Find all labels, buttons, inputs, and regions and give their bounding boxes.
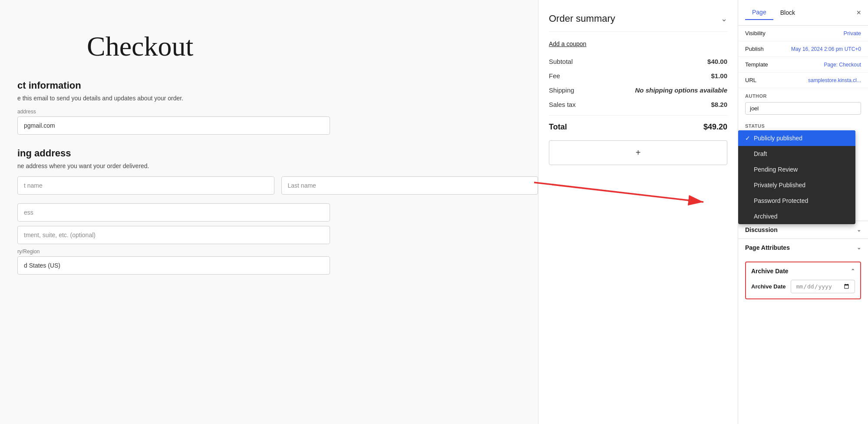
check-icon: ✓: [745, 135, 750, 142]
coupon-link[interactable]: Add a coupon: [549, 40, 727, 47]
tab-block[interactable]: Block: [773, 5, 802, 20]
tab-page[interactable]: Page: [745, 5, 773, 20]
page-title: Checkout: [17, 30, 538, 63]
url-value[interactable]: samplestore.kinsta.cl...: [808, 77, 861, 83]
archive-date-chevron-icon[interactable]: ⌃: [851, 268, 855, 274]
contact-description: e this email to send you details and upd…: [17, 95, 538, 102]
shipping-label: Shipping: [549, 86, 574, 94]
status-dropdown-menu: ✓ Publicly published ✓ Draft ✓ Pending R…: [738, 130, 855, 224]
status-option-label: Privately Published: [754, 182, 805, 189]
apt-input[interactable]: [17, 226, 330, 244]
url-label: URL: [745, 77, 780, 83]
sidebar-header: Page Block ×: [738, 0, 868, 26]
fee-value: $1.00: [711, 72, 727, 80]
shipping-value: No shipping options available: [635, 86, 727, 94]
sidebar-body: Visibility Private Publish May 16, 2024 …: [738, 26, 868, 424]
template-label: Template: [745, 61, 780, 68]
publish-value[interactable]: May 16, 2024 2:06 pm UTC+0: [791, 46, 861, 52]
wp-sidebar: Page Block × Visibility Private Publish …: [738, 0, 868, 424]
order-summary-title: Order summary: [549, 13, 615, 24]
tax-label: Sales tax: [549, 101, 576, 108]
country-field: ry/Region: [17, 248, 538, 275]
status-option-archived[interactable]: ✓ Archived: [738, 209, 855, 224]
status-option-draft[interactable]: ✓ Draft: [738, 146, 855, 162]
page-attributes-header[interactable]: Page Attributes ⌄: [745, 244, 861, 251]
visibility-row: Visibility Private: [738, 26, 868, 41]
order-panel: Order summary ⌄ Add a coupon Subtotal $4…: [538, 0, 738, 424]
fee-row: Fee $1.00: [549, 72, 727, 80]
total-value: $49.20: [703, 123, 727, 132]
subtotal-label: Subtotal: [549, 58, 573, 65]
total-label: Total: [549, 123, 567, 132]
billing-heading: ing address: [17, 148, 538, 159]
status-option-publicly-published[interactable]: ✓ Publicly published: [738, 130, 855, 146]
visibility-label: Visibility: [745, 30, 766, 36]
status-section-header: STATUS: [738, 118, 868, 130]
status-option-label: Pending Review: [754, 166, 798, 173]
page-attributes-label: Page Attributes: [745, 244, 790, 251]
publish-label: Publish: [745, 46, 780, 52]
status-option-password-protected[interactable]: ✓ Password Protected: [738, 193, 855, 209]
archive-date-section: Archive Date ⌃ Archive Date: [745, 262, 861, 299]
sidebar-tabs: Page Block: [745, 5, 802, 20]
tax-row: Sales tax $8.20: [549, 101, 727, 108]
status-option-label: Publicly published: [754, 135, 802, 142]
order-summary-header: Order summary ⌄: [549, 13, 727, 32]
status-option-label: Draft: [754, 150, 767, 157]
archive-date-input[interactable]: [791, 280, 855, 293]
contact-section: ct information e this email to send you …: [17, 80, 538, 135]
page-attributes-accordion: Page Attributes ⌄: [738, 238, 868, 256]
archive-date-title: Archive Date: [751, 268, 789, 275]
tax-value: $8.20: [711, 101, 727, 108]
visibility-value[interactable]: Private: [844, 30, 861, 36]
last-name-input[interactable]: [281, 176, 538, 195]
subtotal-row: Subtotal $40.00: [549, 58, 727, 65]
add-button[interactable]: +: [549, 140, 727, 165]
status-option-pending-review[interactable]: ✓ Pending Review: [738, 162, 855, 177]
total-row: Total $49.20: [549, 115, 727, 132]
country-input[interactable]: [17, 256, 330, 275]
billing-description: ne address where you want your order del…: [17, 162, 538, 169]
status-option-label: Archived: [754, 213, 777, 220]
contact-heading: ct information: [17, 80, 538, 91]
discussion-header[interactable]: Discussion ⌄: [745, 226, 861, 233]
template-row: Template Page: Checkout: [738, 57, 868, 73]
archive-date-row: Archive Date: [751, 280, 855, 293]
email-label: address: [17, 109, 538, 115]
archive-date-header: Archive Date ⌃: [751, 268, 855, 275]
first-name-input[interactable]: [17, 176, 274, 195]
author-select[interactable]: joel: [745, 102, 861, 115]
status-dropdown: ✓ Publicly published ✓ Draft ✓ Pending R…: [745, 130, 861, 217]
status-option-label: Password Protected: [754, 197, 808, 204]
email-input[interactable]: [17, 116, 330, 135]
url-row: URL samplestore.kinsta.cl...: [738, 73, 868, 88]
fee-label: Fee: [549, 72, 560, 80]
discussion-chevron-icon: ⌄: [857, 227, 861, 233]
shipping-row: Shipping No shipping options available: [549, 86, 727, 94]
name-row: [17, 176, 538, 199]
close-sidebar-button[interactable]: ×: [856, 8, 861, 17]
discussion-label: Discussion: [745, 226, 778, 233]
subtotal-value: $40.00: [707, 58, 727, 65]
publish-row: Publish May 16, 2024 2:06 pm UTC+0: [738, 41, 868, 57]
country-label: ry/Region: [17, 248, 538, 255]
author-section-header: AUTHOR: [738, 88, 868, 100]
template-value[interactable]: Page: Checkout: [824, 62, 861, 68]
archive-date-field-label: Archive Date: [751, 283, 785, 290]
order-chevron-icon[interactable]: ⌄: [721, 14, 727, 23]
address-input[interactable]: [17, 203, 330, 222]
status-option-privately-published[interactable]: ✓ Privately Published: [738, 177, 855, 193]
billing-section: ing address ne address where you want yo…: [17, 148, 538, 275]
page-attributes-chevron-icon: ⌄: [857, 245, 861, 251]
